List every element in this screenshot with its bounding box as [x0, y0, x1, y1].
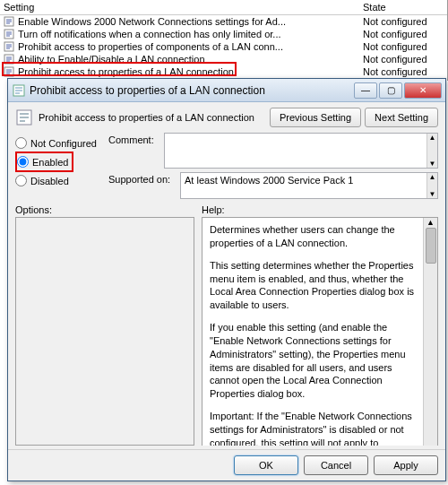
list-row[interactable]: Prohibit access to properties of a LAN c…: [0, 65, 447, 78]
previous-setting-button[interactable]: Previous Setting: [270, 108, 361, 127]
help-pane: Determines whether users can change the …: [202, 217, 438, 446]
scrollbar[interactable]: ▲ ▼: [423, 218, 437, 446]
help-text[interactable]: Determines whether users can change the …: [202, 218, 423, 446]
window-title: Prohibit access to properties of a LAN c…: [30, 84, 352, 97]
next-setting-button[interactable]: Next Setting: [365, 108, 438, 127]
comment-label: Comment:: [108, 133, 164, 145]
col-setting-header[interactable]: Setting: [4, 2, 363, 13]
options-label: Options:: [15, 204, 194, 215]
policy-icon: [4, 54, 16, 65]
list-item-label: Turn off notifications when a connection…: [18, 29, 363, 39]
list-item-state: Not configured: [363, 29, 444, 39]
scroll-down-icon[interactable]: ▼: [429, 190, 436, 198]
scroll-up-icon[interactable]: ▲: [429, 173, 436, 181]
list-item-state: Not configured: [363, 66, 444, 77]
policy-icon: [4, 29, 16, 39]
window-icon: [12, 83, 26, 98]
policy-name: Prohibit access to properties of a LAN c…: [39, 112, 254, 123]
close-button[interactable]: ✕: [404, 82, 442, 99]
col-state-header[interactable]: State: [363, 2, 444, 13]
scroll-up-icon[interactable]: ▲: [429, 134, 436, 142]
list-row[interactable]: Turn off notifications when a connection…: [0, 28, 447, 40]
scroll-down-icon[interactable]: ▼: [429, 160, 436, 168]
policy-icon: [4, 66, 16, 77]
titlebar[interactable]: Prohibit access to properties of a LAN c…: [8, 79, 445, 102]
dialog-button-row: OK Cancel Apply: [8, 449, 445, 481]
scrollbar[interactable]: ▲▼: [426, 134, 437, 168]
list-row[interactable]: Enable Windows 2000 Network Connections …: [0, 15, 447, 28]
minimize-button[interactable]: —: [354, 82, 377, 99]
apply-button[interactable]: Apply: [374, 455, 438, 475]
comment-textarea[interactable]: ▲▼: [164, 133, 438, 169]
supported-label: Supported on:: [108, 172, 180, 185]
policy-icon: [4, 41, 16, 52]
list-item-label: Enable Windows 2000 Network Connections …: [18, 16, 363, 27]
scroll-up-icon[interactable]: ▲: [426, 218, 435, 227]
radio-disabled[interactable]: Disabled: [15, 175, 108, 186]
list-item-state: Not configured: [363, 41, 444, 52]
options-body: [15, 217, 194, 446]
supported-on-box: At least Windows 2000 Service Pack 1 ▲▼: [180, 172, 438, 199]
policy-dialog: Prohibit access to properties of a LAN c…: [7, 78, 446, 481]
list-row[interactable]: Ability to Enable/Disable a LAN connecti…: [0, 53, 447, 65]
maximize-button[interactable]: ▢: [379, 82, 402, 99]
supported-value: At least Windows 2000 Service Pack 1: [185, 175, 353, 186]
help-label: Help:: [202, 204, 438, 215]
radio-not-configured[interactable]: Not Configured: [15, 137, 108, 149]
ok-button[interactable]: OK: [234, 455, 298, 475]
list-item-state: Not configured: [363, 16, 444, 27]
state-radio-group: Not Configured Enabled Disabled: [15, 133, 108, 199]
policy-icon: [4, 16, 16, 27]
options-pane: Options:: [15, 204, 194, 446]
list-header: Setting State: [0, 0, 447, 15]
list-item-label: Prohibit access to properties of compone…: [18, 41, 363, 52]
highlight-annotation: Enabled: [15, 152, 73, 172]
cancel-button[interactable]: Cancel: [304, 455, 368, 475]
radio-enabled[interactable]: Enabled: [17, 156, 68, 168]
policy-large-icon: [15, 108, 33, 126]
scroll-thumb[interactable]: [426, 228, 436, 264]
policy-list[interactable]: Setting State Enable Windows 2000 Networ…: [0, 0, 448, 81]
list-item-state: Not configured: [363, 54, 444, 65]
list-item-label: Ability to Enable/Disable a LAN connecti…: [18, 54, 363, 65]
scrollbar[interactable]: ▲▼: [426, 173, 437, 198]
list-row[interactable]: Prohibit access to properties of compone…: [0, 40, 447, 53]
list-item-label: Prohibit access to properties of a LAN c…: [18, 66, 363, 77]
